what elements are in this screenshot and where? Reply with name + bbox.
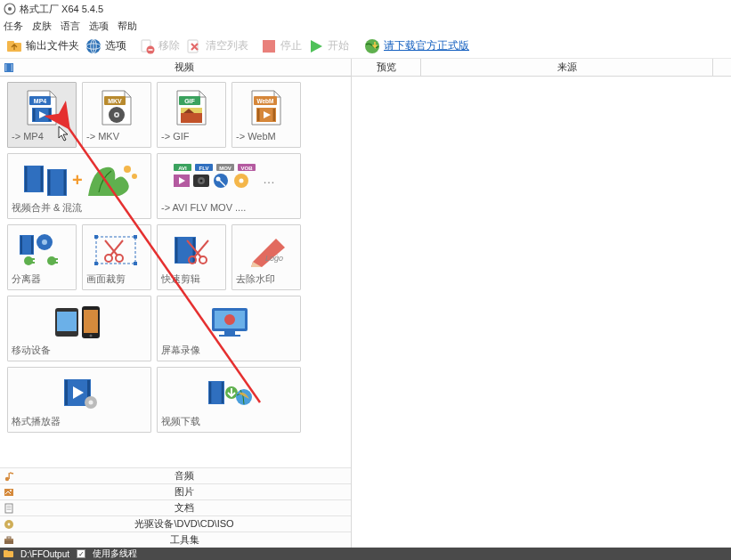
stop-button[interactable]: 停止	[260, 37, 302, 55]
tile-player-label: 格式播放器	[12, 414, 147, 428]
svg-rect-20	[49, 109, 52, 121]
svg-rect-11	[263, 40, 275, 53]
svg-text:MKV: MKV	[108, 98, 122, 104]
svg-text:AVI: AVI	[178, 166, 187, 171]
tile-avi-flv-mov[interactable]: AVI FLV MOV VOB … -> AVI FLV MOV ....	[157, 153, 301, 219]
tile-fast-clip[interactable]: 快速剪辑	[157, 224, 226, 290]
status-multithread-label: 使用多线程	[93, 548, 137, 560]
remove-icon	[138, 37, 156, 55]
section-video-label: 视频	[18, 61, 351, 74]
tile-screen-record[interactable]: 屏幕录像	[157, 296, 301, 361]
section-document[interactable]: 文档	[0, 499, 351, 515]
svg-rect-88	[84, 310, 98, 333]
tile-mp4[interactable]: MP4 -> MP4	[7, 82, 77, 148]
toolbar: 输出文件夹 选项 移除 清空列表 停止 开始 请下载官方正式版	[0, 34, 731, 59]
section-audio-label: 音频	[18, 469, 351, 483]
svg-rect-73	[94, 235, 98, 239]
output-folder-label: 输出文件夹	[26, 38, 79, 53]
tile-splitter[interactable]: 分离器	[7, 224, 77, 290]
svg-rect-110	[7, 506, 12, 507]
tile-webm[interactable]: WebM -> WebM	[231, 82, 301, 148]
menu-task[interactable]: 任务	[4, 20, 23, 33]
menu-help[interactable]: 帮助	[118, 20, 137, 33]
tile-merge-label: 视频合并 & 混流	[12, 200, 147, 215]
tile-fastclip-label: 快速剪辑	[161, 272, 222, 286]
tile-remove-watermark[interactable]: Loġo 去除水印	[231, 224, 301, 290]
svg-text:VOB: VOB	[240, 166, 253, 171]
svg-text:MP4: MP4	[34, 98, 47, 104]
col-source[interactable]: 来源	[421, 59, 713, 76]
tile-mkv[interactable]: MKV -> MKV	[82, 82, 151, 148]
svg-text:Loġo: Loġo	[265, 254, 283, 263]
svg-rect-117	[7, 537, 11, 539]
tile-mkv-label: -> MKV	[86, 129, 147, 143]
svg-rect-68	[32, 262, 35, 264]
tile-merge-mux[interactable]: + 视频合并 & 混流	[7, 153, 151, 219]
section-tools-label: 工具集	[18, 533, 351, 547]
svg-rect-80	[175, 238, 178, 263]
file-list-area[interactable]	[352, 77, 731, 548]
svg-rect-40	[64, 170, 67, 195]
tile-format-player[interactable]: 格式播放器	[7, 367, 151, 433]
status-multithread-checkbox[interactable]: ✓	[77, 549, 85, 558]
svg-rect-74	[134, 235, 137, 239]
menu-language[interactable]: 语言	[61, 20, 80, 33]
tile-mobile-device[interactable]: 移动设备	[7, 296, 151, 361]
clear-icon	[185, 37, 203, 55]
globe-options-icon	[85, 37, 102, 55]
app-icon	[4, 3, 16, 15]
col-preview[interactable]: 预览	[352, 59, 421, 76]
svg-point-69	[47, 256, 56, 265]
svg-rect-39	[48, 170, 51, 195]
toolbox-icon	[0, 535, 18, 546]
svg-rect-3	[7, 41, 14, 45]
svg-point-89	[90, 335, 93, 337]
menu-skin[interactable]: 皮肤	[32, 20, 52, 33]
tile-crop[interactable]: 画面裁剪	[82, 224, 151, 290]
start-button[interactable]: 开始	[307, 37, 349, 55]
svg-text:MOV: MOV	[219, 166, 231, 171]
section-tools[interactable]: 工具集	[0, 532, 351, 548]
svg-point-55	[200, 180, 203, 183]
svg-rect-37	[41, 166, 44, 191]
svg-rect-15	[12, 64, 12, 71]
svg-rect-33	[257, 109, 260, 121]
clear-list-button[interactable]: 清空列表	[185, 37, 248, 55]
status-folder-icon	[4, 549, 13, 558]
svg-rect-62	[20, 236, 22, 254]
section-video-header[interactable]: 视频	[0, 59, 351, 77]
download-official-link[interactable]: 请下载官方正式版	[363, 37, 469, 55]
tile-crop-label: 画面裁剪	[86, 272, 147, 286]
left-panel: 视频 MP4 -> MP4	[0, 59, 352, 548]
image-icon	[0, 487, 18, 498]
tile-gif[interactable]: GIF -> GIF	[157, 82, 226, 148]
svg-point-43	[132, 174, 137, 179]
disc-icon	[0, 519, 18, 530]
section-audio[interactable]: 音频	[0, 467, 351, 483]
status-output-path[interactable]: D:\FFOutput	[20, 549, 69, 559]
svg-rect-106	[9, 473, 10, 479]
tile-video-download[interactable]: 视频下载	[157, 367, 301, 433]
remove-button[interactable]: 移除	[138, 37, 180, 55]
section-image[interactable]: 图片	[0, 483, 351, 499]
section-drive[interactable]: 光驱设备\DVD\CD\ISO	[0, 515, 351, 532]
svg-point-59	[240, 179, 244, 183]
svg-point-108	[10, 490, 12, 491]
output-folder-button[interactable]: 输出文件夹	[5, 37, 79, 55]
col-extra[interactable]	[713, 59, 731, 76]
svg-text:FLV: FLV	[199, 166, 209, 171]
svg-text:WebM: WebM	[256, 98, 273, 104]
tile-webm-label: -> WebM	[236, 129, 296, 143]
svg-rect-34	[273, 109, 276, 121]
svg-rect-71	[55, 262, 58, 264]
remove-label: 移除	[158, 38, 180, 53]
menu-options[interactable]: 选项	[89, 20, 109, 33]
start-label: 开始	[328, 38, 349, 53]
right-panel: 预览 来源	[352, 59, 731, 548]
section-drive-label: 光驱设备\DVD\CD\ISO	[18, 517, 351, 531]
svg-point-114	[8, 523, 11, 525]
stop-label: 停止	[280, 38, 302, 53]
svg-rect-36	[25, 166, 28, 191]
options-button[interactable]: 选项	[85, 37, 126, 55]
svg-rect-86	[57, 312, 77, 331]
